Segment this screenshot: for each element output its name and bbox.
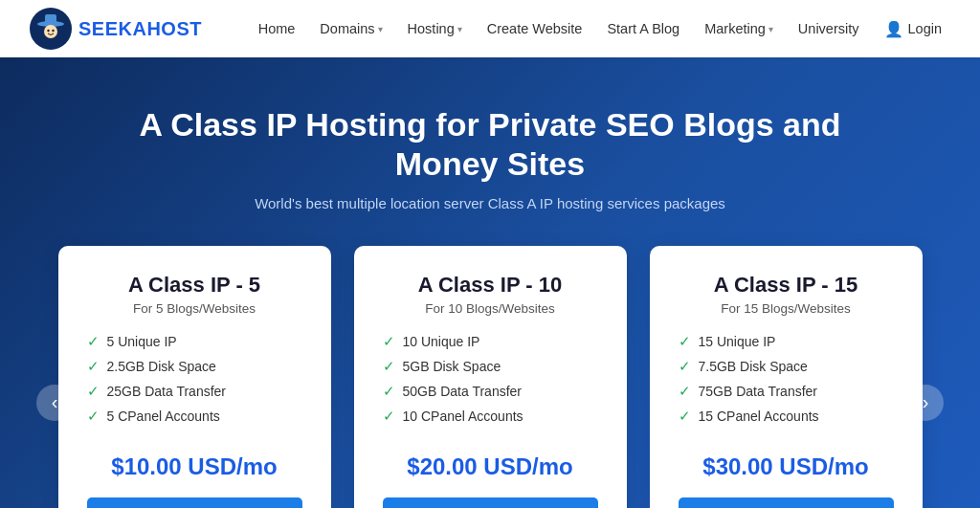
nav-item-domains[interactable]: Domains ▾ bbox=[310, 15, 391, 42]
feature-text: 15 CPanel Accounts bbox=[699, 409, 819, 424]
feature-item: ✓ 10 Unique IP bbox=[383, 333, 598, 350]
card-price: $30.00 USD/mo bbox=[702, 453, 868, 480]
feature-text: 5 CPanel Accounts bbox=[107, 409, 220, 424]
feature-item: ✓ 2.5GB Disk Space bbox=[87, 358, 302, 375]
svg-point-5 bbox=[52, 30, 54, 32]
get-started-button[interactable]: Get Started! bbox=[87, 497, 302, 508]
feature-text: 5 Unique IP bbox=[107, 334, 177, 349]
plan-card-1: A Class IP - 5 For 5 Blogs/Websites ✓ 5 … bbox=[58, 246, 331, 508]
nav-item-hosting[interactable]: Hosting ▾ bbox=[398, 15, 472, 42]
check-icon: ✓ bbox=[383, 383, 395, 400]
feature-text: 75GB Data Transfer bbox=[699, 384, 818, 399]
get-started-button[interactable]: Get Started! bbox=[679, 497, 894, 508]
feature-item: ✓ 5 Unique IP bbox=[87, 333, 302, 350]
nav-item-university[interactable]: University bbox=[789, 15, 869, 42]
logo-link[interactable]: SEEKAHOST bbox=[29, 7, 202, 51]
hero-section: A Class IP Hosting for Private SEO Blogs… bbox=[0, 57, 980, 508]
nav-item-start-a-blog[interactable]: Start A Blog bbox=[597, 15, 689, 42]
card-title: A Class IP - 10 bbox=[418, 273, 562, 298]
check-icon: ✓ bbox=[383, 358, 395, 375]
plan-card-2: A Class IP - 10 For 10 Blogs/Websites ✓ … bbox=[354, 246, 627, 508]
feature-text: 15 Unique IP bbox=[699, 334, 776, 349]
feature-text: 25GB Data Transfer bbox=[107, 384, 227, 399]
check-icon: ✓ bbox=[383, 408, 395, 425]
card-features: ✓ 10 Unique IP ✓ 5GB Disk Space ✓ 50GB D… bbox=[383, 333, 598, 432]
card-title: A Class IP - 5 bbox=[128, 273, 260, 298]
feature-item: ✓ 15 CPanel Accounts bbox=[679, 408, 894, 425]
feature-item: ✓ 15 Unique IP bbox=[679, 333, 894, 350]
svg-rect-2 bbox=[45, 14, 56, 25]
feature-item: ✓ 25GB Data Transfer bbox=[87, 383, 302, 400]
nav-link-domains[interactable]: Domains ▾ bbox=[310, 15, 391, 42]
person-icon: 👤 bbox=[884, 20, 903, 38]
check-icon: ✓ bbox=[383, 333, 395, 350]
chevron-left-icon: ‹ bbox=[52, 391, 58, 413]
feature-text: 10 CPanel Accounts bbox=[403, 409, 523, 424]
cards-container: A Class IP - 5 For 5 Blogs/Websites ✓ 5 … bbox=[58, 246, 923, 508]
card-price: $20.00 USD/mo bbox=[407, 453, 572, 480]
feature-item: ✓ 5 CPanel Accounts bbox=[87, 408, 302, 425]
get-started-button[interactable]: Get Started! bbox=[383, 497, 598, 508]
nav-links: Home Domains ▾ Hosting ▾ Create Website … bbox=[249, 14, 951, 44]
check-icon: ✓ bbox=[87, 383, 100, 400]
feature-text: 5GB Disk Space bbox=[403, 359, 501, 374]
cards-wrapper: ‹ A Class IP - 5 For 5 Blogs/Websites ✓ … bbox=[31, 246, 949, 508]
card-subtitle: For 15 Blogs/Websites bbox=[721, 301, 851, 316]
feature-text: 10 Unique IP bbox=[403, 334, 480, 349]
feature-item: ✓ 5GB Disk Space bbox=[383, 358, 598, 375]
nav-link-university[interactable]: University bbox=[789, 15, 869, 42]
feature-item: ✓ 50GB Data Transfer bbox=[383, 383, 598, 400]
plan-card-3: A Class IP - 15 For 15 Blogs/Websites ✓ … bbox=[650, 246, 923, 508]
nav-item-create-website[interactable]: Create Website bbox=[478, 15, 592, 42]
card-subtitle: For 5 Blogs/Websites bbox=[133, 301, 256, 316]
check-icon: ✓ bbox=[87, 333, 100, 350]
check-icon: ✓ bbox=[679, 358, 691, 375]
card-features: ✓ 5 Unique IP ✓ 2.5GB Disk Space ✓ 25GB … bbox=[87, 333, 302, 432]
nav-link-hosting[interactable]: Hosting ▾ bbox=[398, 15, 472, 42]
navbar: SEEKAHOST Home Domains ▾ Hosting ▾ Creat… bbox=[0, 0, 980, 57]
check-icon: ✓ bbox=[679, 408, 691, 425]
chevron-down-icon: ▾ bbox=[457, 24, 462, 34]
chevron-down-icon: ▾ bbox=[378, 24, 383, 34]
feature-text: 7.5GB Disk Space bbox=[699, 359, 808, 374]
svg-point-3 bbox=[44, 25, 57, 38]
chevron-down-icon: ▾ bbox=[768, 24, 773, 34]
chevron-right-icon: › bbox=[923, 391, 929, 413]
nav-link-create-website[interactable]: Create Website bbox=[478, 15, 592, 42]
card-title: A Class IP - 15 bbox=[714, 273, 858, 298]
feature-item: ✓ 75GB Data Transfer bbox=[679, 383, 894, 400]
check-icon: ✓ bbox=[87, 408, 100, 425]
check-icon: ✓ bbox=[679, 333, 691, 350]
check-icon: ✓ bbox=[679, 383, 691, 400]
nav-item-login[interactable]: 👤 Login bbox=[875, 14, 951, 44]
hero-title: A Class IP Hosting for Private SEO Blogs… bbox=[107, 105, 873, 184]
feature-text: 2.5GB Disk Space bbox=[107, 359, 216, 374]
carousel-prev-button[interactable]: ‹ bbox=[36, 385, 73, 421]
feature-text: 50GB Data Transfer bbox=[403, 384, 523, 399]
card-features: ✓ 15 Unique IP ✓ 7.5GB Disk Space ✓ 75GB… bbox=[679, 333, 894, 432]
nav-item-home[interactable]: Home bbox=[249, 15, 305, 42]
nav-link-home[interactable]: Home bbox=[249, 15, 305, 42]
login-button[interactable]: 👤 Login bbox=[875, 14, 951, 44]
logo-icon bbox=[29, 7, 73, 51]
nav-link-marketing[interactable]: Marketing ▾ bbox=[695, 15, 783, 42]
feature-item: ✓ 10 CPanel Accounts bbox=[383, 408, 598, 425]
card-subtitle: For 10 Blogs/Websites bbox=[425, 301, 555, 316]
nav-link-start-a-blog[interactable]: Start A Blog bbox=[597, 15, 689, 42]
check-icon: ✓ bbox=[87, 358, 100, 375]
nav-item-marketing[interactable]: Marketing ▾ bbox=[695, 15, 783, 42]
hero-subtitle: World's best multiple location server Cl… bbox=[255, 195, 725, 211]
logo-text: SEEKAHOST bbox=[78, 18, 202, 40]
card-price: $10.00 USD/mo bbox=[111, 453, 277, 480]
feature-item: ✓ 7.5GB Disk Space bbox=[679, 358, 894, 375]
carousel-next-button[interactable]: › bbox=[907, 385, 944, 421]
svg-point-4 bbox=[47, 30, 49, 32]
